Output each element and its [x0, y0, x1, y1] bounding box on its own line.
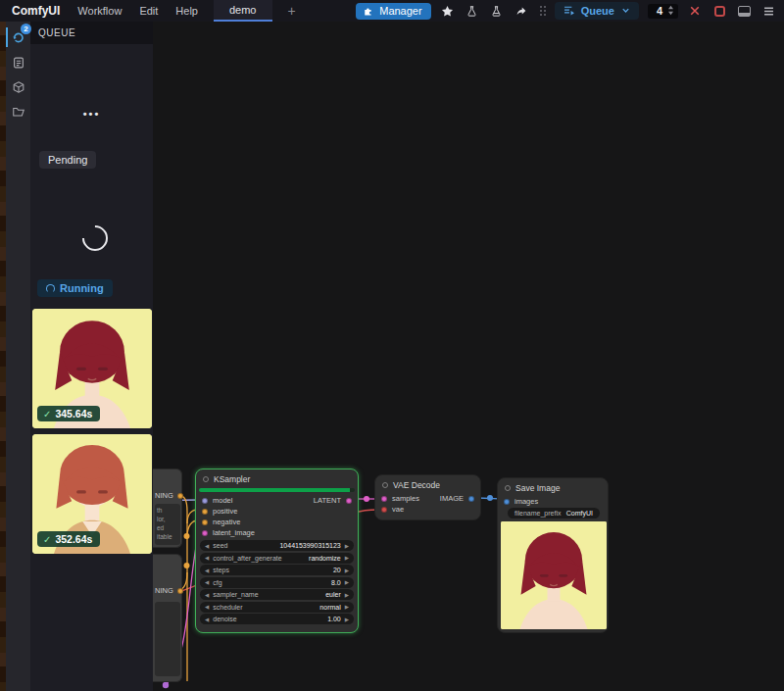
flask-icon-2[interactable] — [489, 3, 505, 19]
widget-scheduler[interactable]: ◀ scheduler normal ▶ — [200, 602, 354, 613]
loading-spinner — [77, 221, 114, 257]
node-title: KSampler — [214, 474, 250, 484]
menu-workflow[interactable]: Workflow — [77, 5, 122, 17]
conditioning-output[interactable]: NING — [155, 491, 183, 500]
image-output-dot[interactable] — [468, 496, 474, 502]
output-label-fragment: NING — [155, 491, 173, 500]
decrement-icon[interactable]: ◀ — [205, 604, 209, 610]
samples-input-dot[interactable] — [381, 496, 387, 502]
step-down-icon[interactable] — [667, 11, 674, 16]
conditioning-output[interactable]: NING — [155, 586, 183, 595]
conditioning-output-dot[interactable] — [177, 493, 183, 499]
drag-handle-icon[interactable] — [540, 6, 542, 8]
queue-result-item[interactable]: ✓ 345.64s — [32, 309, 152, 428]
menu-help[interactable]: Help — [175, 5, 198, 17]
batch-count-stepper[interactable]: 4 — [648, 4, 678, 19]
sidebar-item-model-library[interactable] — [6, 75, 30, 99]
collapse-dot-icon[interactable] — [382, 482, 388, 488]
running-spinner-icon — [46, 284, 55, 293]
widget-sampler-name[interactable]: ◀ sampler_name euler ▶ — [200, 589, 354, 600]
run-queue-icon — [563, 4, 575, 17]
images-input-dot[interactable] — [504, 499, 510, 505]
node-save-image[interactable]: Save Image images filename_prefix ComfyU… — [497, 477, 609, 633]
latent-output[interactable]: LATENT — [314, 496, 352, 505]
positive-input-dot[interactable] — [202, 509, 208, 515]
queue-run-button[interactable]: Queue — [555, 2, 639, 20]
widget-seed[interactable]: ◀ seed 1044153990315123 ▶ — [200, 540, 354, 551]
widget-steps[interactable]: ◀ steps 20 ▶ — [200, 565, 354, 575]
image-output[interactable]: IMAGE — [440, 494, 474, 503]
node-ksampler[interactable]: KSampler model LATENT positive negative — [195, 469, 359, 633]
chevron-down-icon[interactable] — [620, 5, 631, 16]
link-dot-pink[interactable] — [364, 496, 369, 502]
queue-sidebar-panel: QUEUE ••• Pending Running — [30, 22, 153, 691]
latent-output-dot[interactable] — [346, 498, 352, 504]
sidebar-item-workflows[interactable] — [6, 100, 30, 123]
clear-queue-x-icon[interactable] — [687, 3, 703, 19]
node-header[interactable]: VAE Decode — [375, 475, 480, 492]
generated-portrait — [501, 521, 607, 629]
collapse-dot-icon[interactable] — [505, 485, 511, 491]
app-logo[interactable]: ComfyUI — [12, 4, 60, 18]
link-dot-blue[interactable] — [487, 495, 493, 501]
prompt-text-widget[interactable]: th lor, ed itable — [155, 504, 180, 545]
workflow-tab-demo[interactable]: demo — [214, 0, 272, 22]
collapse-dot-icon[interactable] — [203, 476, 209, 482]
increment-icon[interactable]: ▶ — [345, 555, 349, 561]
widget-cfg[interactable]: ◀ cfg 8.0 ▶ — [200, 577, 354, 588]
prompt-line: th — [157, 506, 180, 515]
bottom-panel-icon[interactable] — [736, 3, 752, 19]
menu-edit[interactable]: Edit — [139, 5, 158, 17]
pending-section-label: Pending — [39, 151, 96, 169]
model-input-dot[interactable] — [202, 498, 208, 504]
widget-filename-prefix[interactable]: filename_prefix ComfyUI — [508, 508, 600, 518]
new-tab-button[interactable]: + — [284, 3, 300, 19]
prompt-text-widget[interactable] — [155, 602, 180, 676]
comfyui-window: NING th lor, ed itable NING KSampler mod… — [0, 0, 784, 691]
increment-icon[interactable]: ▶ — [345, 579, 349, 585]
increment-icon[interactable]: ▶ — [345, 592, 349, 598]
link-dot-orange-1[interactable] — [184, 533, 190, 539]
batch-count-value: 4 — [657, 5, 662, 17]
node-header[interactable]: Save Image — [498, 478, 608, 495]
share-arrow-icon[interactable] — [514, 3, 529, 19]
link-dot-orange-2[interactable] — [184, 563, 190, 568]
decrement-icon[interactable]: ◀ — [205, 568, 209, 573]
decrement-icon[interactable]: ◀ — [205, 592, 209, 598]
manager-button[interactable]: Manager — [356, 3, 430, 20]
star-icon[interactable] — [440, 3, 456, 19]
sidebar-item-queue[interactable]: 2 — [6, 25, 30, 49]
queue-overflow-menu[interactable]: ••• — [30, 108, 153, 120]
output-label-fragment: NING — [155, 586, 173, 595]
node-clip-text-encode-bottom[interactable]: NING — [153, 554, 182, 682]
link-dot-purple[interactable] — [163, 682, 169, 688]
hamburger-menu-icon[interactable] — [760, 3, 776, 19]
flask-icon-1[interactable] — [465, 3, 480, 19]
increment-icon[interactable]: ▶ — [345, 617, 349, 622]
widget-denoise[interactable]: ◀ denoise 1.00 ▶ — [200, 614, 354, 624]
decrement-icon[interactable]: ◀ — [205, 617, 209, 622]
negative-input-dot[interactable] — [202, 519, 208, 525]
sidebar-item-node-library[interactable] — [6, 51, 30, 74]
input-label: latent_image — [213, 528, 255, 537]
increment-icon[interactable]: ▶ — [345, 604, 349, 610]
stop-icon[interactable] — [711, 3, 727, 19]
increment-icon[interactable]: ▶ — [345, 568, 349, 573]
decrement-icon[interactable]: ◀ — [205, 555, 209, 561]
widget-control-after-generate[interactable]: ◀ control_after_generate randomize ▶ — [200, 553, 354, 564]
node-vae-decode[interactable]: VAE Decode samples IMAGE vae — [374, 474, 481, 520]
latent-image-input-dot[interactable] — [202, 530, 208, 536]
increment-icon[interactable]: ▶ — [345, 543, 349, 549]
prompt-line: lor, — [157, 515, 180, 523]
vae-input-dot[interactable] — [381, 507, 387, 513]
conditioning-output-dot[interactable] — [177, 588, 183, 594]
node-header[interactable]: KSampler — [196, 469, 358, 486]
step-up-icon[interactable] — [667, 5, 674, 10]
decrement-icon[interactable]: ◀ — [205, 543, 209, 549]
save-image-preview[interactable] — [501, 521, 607, 629]
input-label: positive — [213, 507, 237, 516]
queue-result-item[interactable]: ✓ 352.64s — [32, 434, 152, 554]
model-library-cube-icon — [12, 80, 25, 94]
decrement-icon[interactable]: ◀ — [205, 579, 209, 585]
node-clip-text-encode-top[interactable]: NING th lor, ed itable — [153, 469, 182, 548]
